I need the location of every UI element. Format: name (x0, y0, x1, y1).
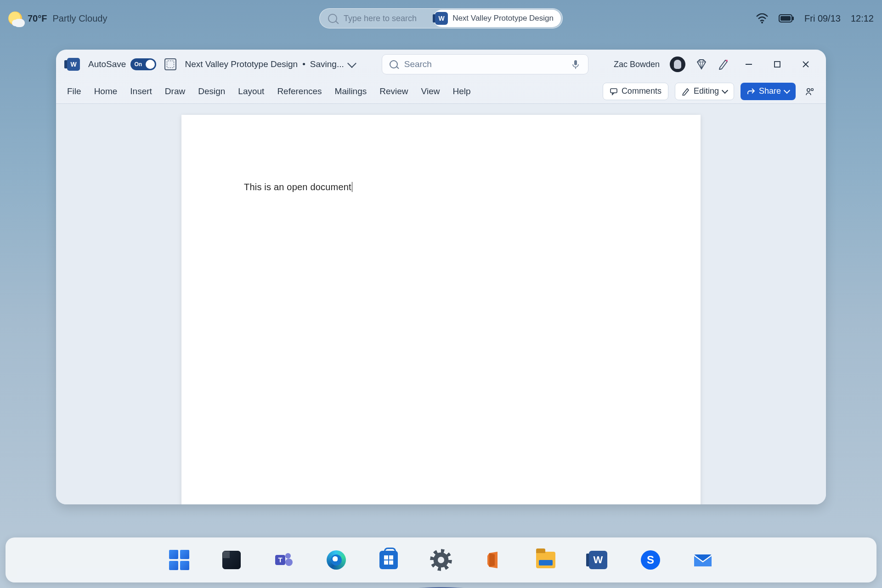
app-search-box[interactable]: Search (382, 54, 588, 74)
editing-label: Editing (694, 86, 719, 96)
os-search-bar[interactable]: Type here to search W Next Valley Protot… (319, 8, 563, 28)
comments-button[interactable]: Comments (603, 83, 668, 100)
svg-point-6 (726, 60, 728, 62)
tab-view[interactable]: View (421, 86, 440, 96)
document-page[interactable]: This is an open document (181, 115, 701, 504)
terminal-icon (222, 551, 241, 569)
document-name: Next Valley Prototype Design (185, 59, 298, 69)
svg-point-16 (285, 553, 291, 559)
search-icon (390, 60, 398, 68)
taskbar-file-explorer[interactable] (534, 548, 557, 571)
svg-point-12 (807, 88, 810, 91)
weather-widget[interactable]: 70°F Partly Cloudy (8, 11, 107, 25)
document-text: This is an open document (244, 182, 351, 192)
system-tray: Fri 09/13 12:12 (756, 13, 874, 24)
microphone-icon[interactable] (571, 59, 581, 69)
taskbar-mail[interactable] (691, 548, 714, 571)
chevron-down-icon (784, 87, 790, 94)
document-body[interactable]: This is an open document (244, 182, 352, 192)
taskbar: T W S (6, 537, 876, 582)
chevron-down-icon (722, 87, 728, 94)
tab-insert[interactable]: Insert (130, 86, 152, 96)
text-caret (352, 182, 352, 192)
os-search-placeholder: Type here to search (344, 14, 417, 23)
battery-icon[interactable] (779, 14, 794, 23)
autosave-toggle[interactable]: On (130, 58, 156, 70)
user-avatar[interactable] (670, 57, 685, 72)
taskbar-teams[interactable]: T (272, 548, 295, 571)
ink-pen-icon[interactable] (718, 58, 729, 70)
pencil-icon (682, 87, 690, 96)
premium-diamond-icon[interactable] (695, 58, 707, 70)
start-icon (169, 550, 189, 570)
tab-draw[interactable]: Draw (165, 86, 185, 96)
save-icon[interactable] (164, 58, 176, 70)
svg-rect-2 (780, 16, 791, 21)
taskbar-start[interactable] (168, 548, 191, 571)
svg-rect-11 (611, 89, 617, 93)
os-search-suggestion-chip[interactable]: W Next Valley Prototype Design (433, 10, 561, 27)
store-icon (379, 551, 398, 569)
svg-point-13 (811, 88, 814, 90)
titlebar: W AutoSave On Next Valley Prototype Desi… (56, 50, 826, 79)
save-status: Saving... (310, 59, 344, 69)
tab-layout[interactable]: Layout (238, 86, 264, 96)
ribbon: File Home Insert Draw Design Layout Refe… (56, 79, 826, 104)
share-button[interactable]: Share (741, 83, 796, 100)
share-icon (747, 87, 755, 96)
autosave-control[interactable]: AutoSave On (88, 58, 156, 70)
taskbar-terminal[interactable] (220, 548, 243, 571)
tab-mailings[interactable]: Mailings (335, 86, 367, 96)
svg-rect-3 (792, 17, 794, 20)
taskbar-skype[interactable]: S (639, 548, 662, 571)
weather-icon (8, 11, 22, 25)
maximize-button[interactable] (768, 55, 786, 74)
taskbar-edge[interactable] (325, 548, 348, 571)
document-title[interactable]: Next Valley Prototype Design • Saving... (185, 59, 355, 69)
word-icon: W (589, 551, 607, 569)
collaboration-icon[interactable] (805, 86, 815, 96)
mail-icon (692, 551, 713, 569)
document-canvas[interactable]: This is an open document (56, 104, 826, 504)
close-button[interactable] (797, 55, 815, 74)
tab-design[interactable]: Design (198, 86, 225, 96)
desktop-top-bar: 70°F Partly Cloudy Type here to search W… (0, 8, 882, 28)
ribbon-tabs: File Home Insert Draw Design Layout Refe… (67, 86, 471, 96)
svg-text:T: T (278, 556, 282, 564)
comments-label: Comments (622, 86, 662, 96)
weather-temp: 70°F (28, 13, 47, 24)
taskbar-word[interactable]: W (587, 548, 610, 571)
editing-button[interactable]: Editing (675, 83, 734, 100)
user-name[interactable]: Zac Bowden (614, 60, 660, 69)
search-icon (328, 14, 337, 23)
autosave-state: On (134, 61, 142, 68)
edge-icon (327, 550, 346, 570)
folder-icon (536, 552, 555, 568)
tab-home[interactable]: Home (94, 86, 118, 96)
taskbar-settings[interactable] (430, 548, 452, 571)
tab-file[interactable]: File (67, 86, 81, 96)
taskbar-office[interactable] (482, 548, 505, 571)
autosave-label: AutoSave (88, 59, 126, 69)
title-separator: • (302, 59, 305, 69)
wifi-icon[interactable] (756, 13, 769, 23)
teams-icon: T (273, 549, 294, 571)
toggle-knob (146, 60, 155, 69)
taskbar-store[interactable] (377, 548, 400, 571)
svg-rect-17 (285, 559, 293, 566)
app-search-placeholder: Search (404, 59, 432, 69)
tab-review[interactable]: Review (379, 86, 408, 96)
tab-help[interactable]: Help (452, 86, 470, 96)
tray-time[interactable]: 12:12 (851, 13, 874, 24)
skype-icon: S (641, 550, 660, 570)
gear-icon (431, 550, 451, 570)
comment-icon (610, 87, 618, 96)
word-app-icon: W (435, 12, 448, 25)
tray-date[interactable]: Fri 09/13 (804, 13, 841, 24)
word-app-window: W AutoSave On Next Valley Prototype Desi… (56, 50, 826, 504)
office-icon (484, 550, 503, 570)
chevron-down-icon (347, 59, 356, 68)
minimize-button[interactable] (740, 55, 758, 74)
weather-condition: Partly Cloudy (52, 13, 107, 24)
tab-references[interactable]: References (277, 86, 322, 96)
